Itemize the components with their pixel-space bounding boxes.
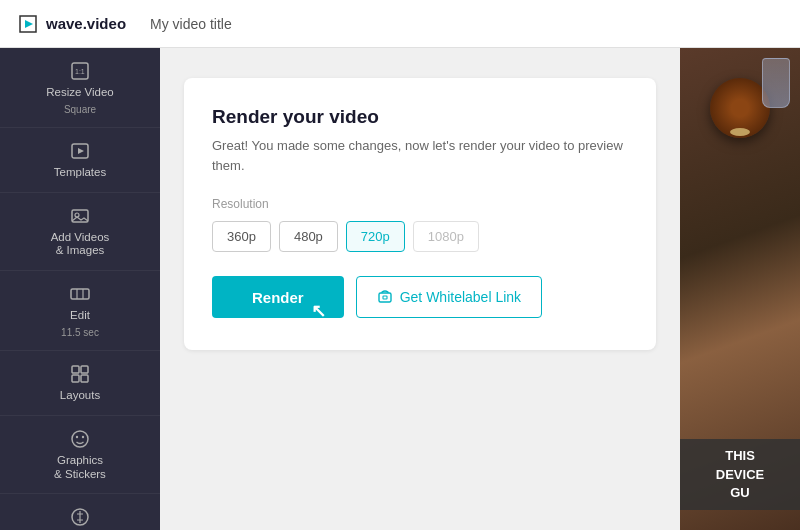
right-preview-panel: THIS DEVICE GU (680, 48, 800, 530)
resolution-label: Resolution (212, 197, 628, 211)
render-card: Render your video Great! You made some c… (184, 78, 656, 350)
sidebar: 1:1 Resize Video Square Templates (0, 48, 160, 530)
sidebar-label-edit: Edit (70, 309, 90, 323)
resolution-1080p[interactable]: 1080p (413, 221, 479, 252)
svg-point-17 (82, 436, 84, 438)
resolution-360p[interactable]: 360p (212, 221, 271, 252)
svg-marker-5 (78, 148, 84, 154)
sidebar-sublabel-resize: Square (64, 104, 96, 115)
svg-rect-30 (383, 296, 387, 299)
render-card-subtitle: Great! You made some changes, now let's … (212, 136, 628, 175)
sidebar-item-add-videos[interactable]: Add Videos& Images (0, 193, 160, 272)
graphics-icon (69, 428, 91, 450)
svg-rect-6 (72, 210, 88, 222)
sidebar-label-resize: Resize Video (46, 86, 114, 100)
whitelabel-icon (377, 289, 393, 305)
layouts-icon (69, 363, 91, 385)
glass-item (762, 58, 790, 108)
render-button[interactable]: Render ↖ (212, 276, 344, 318)
render-card-title: Render your video (212, 106, 628, 128)
food-item (710, 78, 770, 138)
whitelabel-button[interactable]: Get Whitelabel Link (356, 276, 542, 318)
resolution-480p[interactable]: 480p (279, 221, 338, 252)
templates-icon (69, 140, 91, 162)
svg-rect-11 (72, 366, 79, 373)
svg-rect-12 (81, 366, 88, 373)
content-area: Render your video Great! You made some c… (160, 48, 800, 530)
svg-text:1:1: 1:1 (75, 68, 85, 75)
svg-rect-8 (71, 289, 89, 299)
video-title[interactable]: My video title (150, 16, 232, 32)
app-header: wave.video My video title (0, 0, 800, 48)
svg-point-16 (76, 436, 78, 438)
sidebar-label-graphics: Graphics& Stickers (54, 454, 106, 482)
logo: wave.video (16, 12, 126, 36)
svg-rect-29 (379, 293, 391, 302)
resolution-options: 360p 480p 720p 1080p (212, 221, 628, 252)
video-preview: THIS DEVICE GU (680, 48, 800, 530)
svg-point-15 (72, 431, 88, 447)
svg-rect-14 (81, 375, 88, 382)
sidebar-item-resize[interactable]: 1:1 Resize Video Square (0, 48, 160, 128)
sidebar-label-layouts: Layouts (60, 389, 100, 403)
cursor-icon: ↖ (311, 300, 326, 322)
sidebar-sublabel-edit: 11.5 sec (61, 327, 99, 338)
action-buttons: Render ↖ Get Whitelabel Link (212, 276, 628, 318)
edit-icon (69, 283, 91, 305)
sidebar-label-templates: Templates (54, 166, 106, 180)
main-layout: 1:1 Resize Video Square Templates (0, 48, 800, 530)
sidebar-item-templates[interactable]: Templates (0, 128, 160, 193)
center-panel: Render your video Great! You made some c… (160, 48, 680, 530)
food-detail (730, 128, 750, 136)
resize-icon: 1:1 (69, 60, 91, 82)
svg-rect-13 (72, 375, 79, 382)
video-overlay-text: THIS DEVICE GU (680, 439, 800, 510)
resolution-720p[interactable]: 720p (346, 221, 405, 252)
svg-marker-1 (25, 20, 33, 28)
add-videos-icon (69, 205, 91, 227)
sidebar-item-graphics[interactable]: Graphics& Stickers (0, 416, 160, 495)
sidebar-item-watermarks[interactable]: Watermarks (0, 494, 160, 530)
logo-text: wave.video (46, 15, 126, 32)
logo-icon (16, 12, 40, 36)
sidebar-item-edit[interactable]: Edit 11.5 sec (0, 271, 160, 351)
watermarks-icon (69, 506, 91, 528)
sidebar-item-layouts[interactable]: Layouts (0, 351, 160, 416)
sidebar-label-add-videos: Add Videos& Images (51, 231, 110, 259)
